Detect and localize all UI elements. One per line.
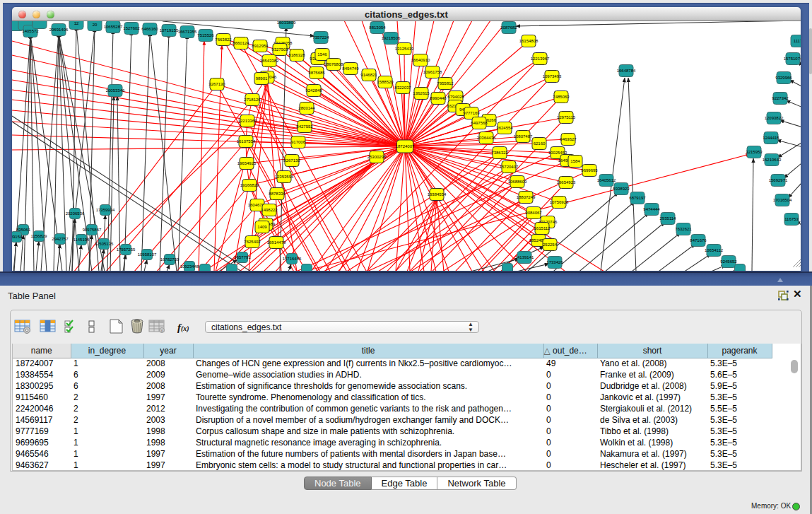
svg-text:2942757: 2942757 [52, 237, 69, 241]
svg-text:116753: 116753 [784, 217, 799, 221]
svg-text:20: 20 [93, 23, 98, 27]
svg-text:1405572: 1405572 [22, 29, 39, 33]
svg-text:20364436: 20364436 [477, 136, 496, 140]
svg-text:1409: 1409 [257, 225, 267, 229]
svg-text:1615112: 1615112 [534, 226, 551, 230]
svg-text:10958107: 10958107 [138, 252, 157, 257]
svg-text:8186328: 8186328 [288, 53, 305, 57]
svg-text:17016504: 17016504 [773, 198, 792, 202]
svg-text:1156829: 1156829 [31, 234, 48, 238]
svg-text:9146821: 9146821 [360, 73, 377, 77]
svg-text:7386322: 7386322 [491, 151, 508, 155]
svg-text:10655287: 10655287 [104, 25, 123, 29]
svg-text:10973493: 10973493 [543, 74, 562, 78]
svg-text:28676808: 28676808 [324, 62, 343, 66]
svg-text:9657791: 9657791 [234, 255, 251, 259]
svg-text:19654925: 19654925 [237, 161, 257, 165]
svg-text:25300295: 25300295 [367, 155, 387, 159]
svg-text:20053346: 20053346 [106, 88, 125, 93]
svg-text:6497568: 6497568 [471, 121, 488, 125]
svg-text:17957255: 17957255 [117, 247, 136, 252]
svg-text:2718126: 2718126 [244, 98, 261, 102]
svg-text:12505135: 12505135 [95, 242, 114, 246]
svg-text:3875685: 3875685 [308, 71, 325, 75]
svg-text:16640910: 16640910 [411, 58, 430, 62]
svg-text:9474444: 9474444 [643, 207, 660, 211]
svg-text:3215953: 3215953 [746, 150, 763, 154]
svg-text:7625402: 7625402 [244, 240, 261, 244]
svg-text:16405612: 16405612 [597, 178, 616, 182]
svg-text:10719155: 10719155 [160, 28, 179, 33]
svg-text:62160: 62160 [534, 141, 546, 146]
svg-text:5938923: 5938923 [613, 187, 630, 191]
svg-text:9227342: 9227342 [772, 96, 789, 100]
svg-text:7955812: 7955812 [437, 81, 454, 86]
svg-text:8471676: 8471676 [690, 238, 707, 243]
svg-text:12213967: 12213967 [531, 57, 550, 61]
svg-text:8912954: 8912954 [252, 44, 269, 48]
svg-text:15720407: 15720407 [500, 165, 519, 169]
svg-text:x: x [160, 328, 163, 333]
svg-text:12093822: 12093822 [765, 116, 784, 120]
svg-text:1527602: 1527602 [123, 26, 140, 30]
svg-text:16671355: 16671355 [178, 30, 197, 34]
svg-text:19166829: 19166829 [240, 183, 259, 187]
svg-text:917006: 917006 [291, 140, 306, 144]
svg-text:10961758: 10961758 [423, 70, 442, 74]
svg-text:18807249: 18807249 [517, 195, 536, 199]
svg-text:39154: 39154 [12, 235, 23, 239]
svg-text:16543382: 16543382 [260, 59, 279, 63]
svg-text:1546: 1546 [317, 52, 327, 57]
svg-text:9327503: 9327503 [271, 47, 288, 52]
svg-text:1733426: 1733426 [546, 260, 563, 264]
svg-text:8454749: 8454749 [342, 66, 359, 71]
svg-text:90975867: 90975867 [83, 228, 102, 232]
svg-text:1498222: 1498222 [261, 208, 278, 212]
svg-text:16107554: 16107554 [237, 139, 256, 144]
svg-text:8813054: 8813054 [369, 25, 386, 30]
svg-text:6879197: 6879197 [629, 196, 646, 200]
svg-text:15716485: 15716485 [283, 257, 302, 261]
svg-text:13125419: 13125419 [395, 47, 414, 51]
svg-text:8267130: 8267130 [283, 158, 300, 163]
svg-text:14139141: 14139141 [515, 255, 534, 259]
svg-text:9245652: 9245652 [720, 259, 737, 264]
svg-text:7515526: 7515526 [197, 33, 214, 37]
svg-text:16914479: 16914479 [267, 240, 286, 245]
svg-text:8427552: 8427552 [296, 124, 313, 129]
svg-text:9463627: 9463627 [560, 137, 577, 141]
svg-text:16154808: 16154808 [519, 39, 539, 43]
svg-text:3267130: 3267130 [208, 82, 225, 86]
svg-text:8660124: 8660124 [233, 41, 249, 45]
svg-text:10756928: 10756928 [550, 200, 569, 204]
svg-text:8878334: 8878334 [269, 192, 286, 196]
svg-text:f(x): f(x) [177, 322, 189, 333]
svg-text:1584: 1584 [570, 159, 580, 163]
svg-text:98901: 98901 [256, 76, 268, 81]
svg-text:9084067: 9084067 [525, 211, 542, 215]
svg-text:12975115: 12975115 [557, 115, 576, 119]
svg-text:9699695: 9699695 [581, 168, 598, 173]
svg-text:19218506: 19218506 [382, 36, 401, 40]
svg-text:7485063: 7485063 [553, 95, 570, 99]
svg-text:15751074: 15751074 [784, 57, 801, 61]
svg-text:252254: 252254 [543, 243, 558, 247]
svg-text:7663822: 7663822 [215, 37, 232, 42]
svg-text:20206536: 20206536 [66, 211, 85, 216]
svg-text:7632621: 7632621 [675, 227, 692, 231]
svg-text:2935114: 2935114 [660, 216, 677, 221]
svg-text:9242848: 9242848 [305, 88, 322, 93]
svg-text:1117: 1117 [794, 39, 801, 43]
svg-text:12: 12 [74, 21, 79, 25]
svg-text:3624554: 3624554 [496, 126, 513, 130]
svg-text:12213369: 12213369 [238, 119, 257, 123]
svg-text:9329966: 9329966 [775, 76, 792, 80]
svg-text:1362615: 1362615 [413, 91, 430, 95]
svg-text:10688609: 10688609 [508, 180, 527, 184]
svg-text:16210643: 16210643 [763, 158, 782, 162]
svg-text:12353594: 12353594 [275, 175, 294, 179]
svg-text:20691406: 20691406 [49, 28, 69, 32]
svg-text:16782759: 16782759 [160, 257, 180, 262]
svg-text:18724007: 18724007 [396, 144, 415, 148]
svg-text:8322037: 8322037 [394, 86, 411, 90]
